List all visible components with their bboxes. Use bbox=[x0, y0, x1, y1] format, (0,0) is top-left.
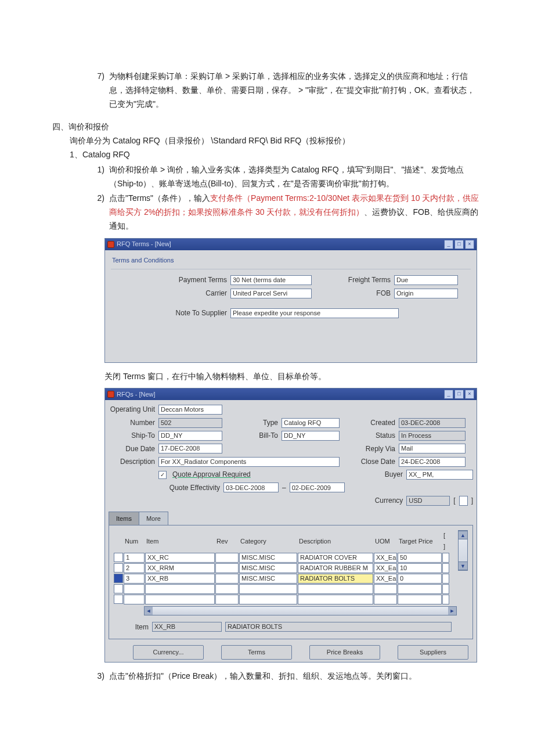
cell-target-price[interactable]: 10 bbox=[398, 563, 442, 573]
cell-description[interactable]: RADIATOR BOLTS bbox=[298, 574, 373, 584]
cell-flex[interactable] bbox=[442, 584, 449, 594]
maximize-icon[interactable]: □ bbox=[454, 390, 464, 399]
cell-item[interactable]: XX_RB bbox=[145, 574, 215, 584]
note-to-supplier-field[interactable]: Please expedite your response bbox=[230, 308, 399, 318]
window-titlebar[interactable]: RFQ Terms - [New] _ □ × bbox=[105, 239, 477, 250]
col-num: Num bbox=[124, 536, 145, 547]
scroll-left-icon[interactable]: ◄ bbox=[145, 607, 153, 615]
scroll-up-icon[interactable]: ▲ bbox=[459, 531, 467, 539]
cell-flex[interactable] bbox=[442, 595, 449, 604]
table-row[interactable] bbox=[114, 584, 457, 594]
table-row[interactable]: 1XX_RCMISC.MISCRADIATOR COVERXX_Ea50 bbox=[114, 553, 457, 563]
col-item: Item bbox=[145, 536, 215, 547]
cell-flex[interactable] bbox=[442, 563, 449, 573]
carrier-field[interactable]: United Parcel Servi bbox=[230, 289, 312, 298]
cell-description[interactable] bbox=[298, 595, 373, 604]
freight-terms-field[interactable]: Due bbox=[394, 275, 458, 285]
terms-button[interactable]: Terms bbox=[221, 645, 292, 660]
h-scrollbar[interactable]: ◄ ► bbox=[144, 606, 457, 615]
description-field[interactable]: For XX_Radiator Components bbox=[158, 457, 340, 467]
cell-uom[interactable]: XX_Ea bbox=[374, 563, 397, 573]
quote-eff-to-field[interactable]: 02-DEC-2009 bbox=[290, 483, 345, 492]
row-selector[interactable] bbox=[114, 553, 123, 562]
cell-item[interactable]: XX_RC bbox=[145, 553, 215, 563]
cell-num[interactable]: 3 bbox=[124, 574, 145, 584]
row-selector[interactable] bbox=[114, 584, 123, 593]
cell-uom[interactable] bbox=[374, 584, 397, 594]
operating-unit-field[interactable]: Deccan Motors bbox=[158, 405, 222, 415]
cell-item[interactable] bbox=[145, 595, 215, 604]
quote-eff-from-field[interactable]: 03-DEC-2008 bbox=[223, 483, 279, 492]
cell-uom[interactable] bbox=[374, 595, 397, 604]
window-titlebar[interactable]: RFQs - [New] _ □ × bbox=[105, 388, 477, 400]
cell-item[interactable] bbox=[145, 584, 215, 594]
close-icon[interactable]: × bbox=[465, 240, 474, 249]
cell-flex[interactable] bbox=[442, 553, 449, 563]
billto-field[interactable]: DD_NY bbox=[282, 431, 340, 441]
cell-uom[interactable]: XX_Ea bbox=[374, 574, 397, 584]
buyer-field[interactable]: XX_ PM, bbox=[406, 470, 473, 480]
close-icon[interactable]: × bbox=[465, 390, 474, 399]
duedate-field[interactable]: 17-DEC-2008 bbox=[158, 444, 222, 453]
cell-uom[interactable]: XX_Ea bbox=[374, 553, 397, 563]
tab-more[interactable]: More bbox=[139, 512, 168, 525]
cell-rev[interactable] bbox=[215, 584, 239, 594]
minimize-icon[interactable]: _ bbox=[444, 390, 453, 399]
cell-num[interactable] bbox=[124, 584, 145, 594]
payment-terms-field[interactable]: 30 Net (terms date bbox=[230, 275, 312, 285]
tab-items[interactable]: Items bbox=[109, 512, 139, 525]
scroll-right-icon[interactable]: ► bbox=[448, 607, 456, 615]
shipto-field[interactable]: DD_NY bbox=[158, 431, 222, 441]
number-label: Number bbox=[109, 417, 155, 429]
cell-rev[interactable] bbox=[215, 553, 239, 563]
suppliers-button[interactable]: Suppliers bbox=[398, 645, 468, 660]
minimize-icon[interactable]: _ bbox=[444, 240, 453, 249]
fob-field[interactable]: Origin bbox=[394, 289, 458, 298]
shipto-label: Ship-To bbox=[109, 430, 155, 441]
scroll-down-icon[interactable]: ▼ bbox=[459, 561, 467, 570]
step-7-text: 为物料创建采购订单：采购订单 > 采购订单，选择相应的业务实体，选择定义的供应商… bbox=[109, 70, 482, 111]
rfq-window: RFQs - [New] _ □ × Operating Unit Deccan… bbox=[104, 388, 477, 662]
maximize-icon[interactable]: □ bbox=[454, 240, 464, 249]
cell-category[interactable] bbox=[239, 584, 297, 594]
cell-flex[interactable] bbox=[442, 574, 449, 584]
price-breaks-button[interactable]: Price Breaks bbox=[309, 645, 380, 660]
currency-button[interactable]: Currency... bbox=[133, 645, 204, 660]
cell-rev[interactable] bbox=[215, 595, 239, 604]
item-bottom-code: XX_RB bbox=[152, 622, 222, 632]
close-terms-text: 关闭 Terms 窗口，在行中输入物料物料、单位、目标单价等。 bbox=[52, 370, 482, 384]
cell-category[interactable]: MISC.MISC bbox=[239, 553, 297, 563]
table-row[interactable]: 3XX_RBMISC.MISCRADIATOR BOLTSXX_Ea0 bbox=[114, 574, 457, 584]
rfq-terms-window: RFQ Terms - [New] _ □ × Terms and Condit… bbox=[104, 238, 477, 363]
table-row[interactable]: 2XX_RRMMISC.MISCRADIATOR RUBBER MXX_Ea10 bbox=[114, 563, 457, 573]
cell-description[interactable]: RADIATOR RUBBER M bbox=[298, 563, 373, 573]
cell-description[interactable]: RADIATOR COVER bbox=[298, 553, 373, 563]
terms-fieldset-label: Terms and Conditions bbox=[112, 255, 471, 266]
cell-rev[interactable] bbox=[215, 563, 239, 573]
row-selector[interactable] bbox=[114, 595, 123, 604]
cell-target-price[interactable]: 50 bbox=[398, 553, 442, 563]
step-2-marker: 2) bbox=[87, 192, 109, 233]
closedate-field[interactable]: 24-DEC-2008 bbox=[399, 457, 466, 467]
cell-rev[interactable] bbox=[215, 574, 239, 584]
cell-item[interactable]: XX_RRM bbox=[145, 563, 215, 573]
type-field[interactable]: Catalog RFQ bbox=[282, 418, 340, 428]
cell-category[interactable]: MISC.MISC bbox=[239, 563, 297, 573]
catalog-title: Catalog RFQ bbox=[82, 148, 482, 162]
v-scrollbar[interactable]: ▲ ▼ bbox=[458, 530, 468, 571]
cell-category[interactable]: MISC.MISC bbox=[239, 574, 297, 584]
cell-target-price[interactable] bbox=[398, 584, 442, 594]
cell-num[interactable]: 2 bbox=[124, 563, 145, 573]
cell-category[interactable] bbox=[239, 595, 297, 604]
cell-num[interactable]: 1 bbox=[124, 553, 145, 563]
row-selector[interactable] bbox=[114, 574, 123, 583]
flex-field[interactable] bbox=[459, 496, 468, 506]
quote-approval-checkbox[interactable]: ✓ bbox=[158, 471, 167, 479]
table-row[interactable] bbox=[114, 595, 457, 604]
cell-target-price[interactable]: 0 bbox=[398, 574, 442, 584]
cell-num[interactable] bbox=[124, 595, 145, 604]
replyvia-field[interactable]: Mail bbox=[399, 444, 466, 453]
row-selector[interactable] bbox=[114, 563, 123, 573]
cell-description[interactable] bbox=[298, 584, 373, 594]
cell-target-price[interactable] bbox=[398, 595, 442, 604]
